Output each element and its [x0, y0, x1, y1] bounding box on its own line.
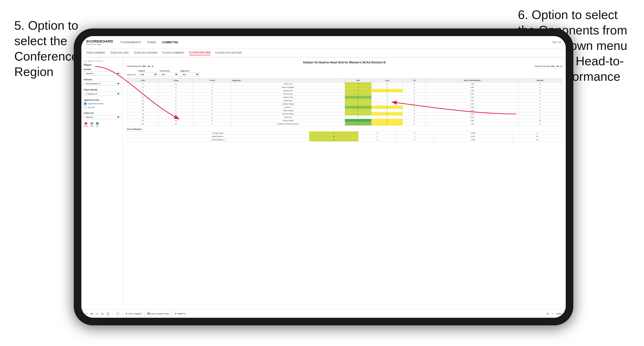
td-conf: 6 [193, 119, 231, 122]
records-row: Overall Record: 353 - 34 - 6 Division Re… [127, 65, 562, 67]
subnav-team-h2h-heatmap[interactable]: TEAM H2H HEATMAP [134, 51, 158, 55]
td-out-rounds: 10 [512, 138, 562, 142]
redo-icon[interactable]: ↪ [96, 312, 98, 315]
td-loss: 0 [372, 82, 403, 86]
step-back-icon[interactable]: ⏮ [90, 312, 93, 315]
app-container: SCOREBOARD Powered by clippd TOURNAMENTS… [81, 36, 566, 318]
division-section: Division NCAA Division III NCAA Division… [84, 78, 120, 86]
td-win: 4 [345, 119, 372, 122]
nav-teams[interactable]: TEAMS [147, 40, 156, 45]
colour-by-label: Colour by [84, 112, 120, 114]
td-reg: 3 [158, 112, 193, 116]
opponent-view-label: Opponent view [84, 99, 120, 101]
player-rank-section: Player (Rank) 8. Katelyn Vo [84, 89, 120, 96]
td-reg: 2 [158, 116, 193, 119]
opponent-filter-label: Opponent [180, 70, 199, 72]
division-select[interactable]: NCAA Division III NCAA Division I NCAA D… [84, 82, 120, 86]
view-original-btn[interactable]: 👁 View: Original [125, 313, 141, 315]
td-rounds: 3 [518, 89, 562, 92]
conference-select[interactable]: (All) [160, 72, 178, 76]
td-diff: 3.33 [426, 99, 518, 102]
td-loss: 0 [372, 92, 403, 96]
expand-btn[interactable]: ⤢ [552, 313, 553, 315]
td-opponent: Heejo Hyun [231, 99, 345, 102]
nav-committee[interactable]: COMMITTEE [162, 40, 178, 45]
opponent-select[interactable]: (All) [180, 72, 199, 76]
td-tie: 0 [403, 82, 426, 86]
subnav-team-summary[interactable]: TEAM SUMMARY [86, 51, 106, 55]
td-out-opponent: NCAA Division 2 [127, 138, 309, 142]
watch-btn[interactable]: 👁 Watch ▾ [174, 313, 185, 315]
out-of-division-header: Out of division [127, 128, 562, 130]
td-div: 13 [127, 102, 159, 106]
th-conf: # Conf [193, 79, 231, 82]
conference-label: Conference [160, 70, 178, 72]
out-table-row: NAIA Division 1 15 0 0 9.267 30 [127, 135, 562, 138]
td-conf: 2 [193, 116, 231, 119]
td-diff: -0.94 [426, 112, 518, 116]
td-opponent: Jessica Huang [231, 102, 345, 106]
gender-select[interactable]: Women's Men's [84, 71, 120, 76]
layout-btn[interactable]: ⊞ [547, 313, 548, 315]
td-rounds: 3 [518, 86, 562, 89]
nav-tournaments[interactable]: TOURNAMENTS [120, 40, 141, 45]
td-conf: 6 [193, 112, 231, 116]
td-out-loss: 0 [358, 135, 396, 138]
share-btn[interactable]: Share [556, 313, 562, 315]
td-win: 0 [345, 116, 372, 119]
table-row: 3 3 1 Esther Lee 1 0 0 1.50 4 [127, 82, 562, 86]
th-rounds: Rounds [518, 79, 562, 82]
td-reg: 1 [158, 102, 193, 106]
td-out-opponent: Foreign Team [127, 132, 309, 135]
colour-label-level: Level [90, 125, 94, 127]
paste-icon[interactable]: 📋 [106, 312, 110, 315]
tablet-screen: SCOREBOARD Powered by clippd TOURNAMENTS… [81, 36, 566, 318]
gender-section: Gender Women's Men's [84, 68, 120, 76]
td-win: 1 [345, 109, 372, 112]
subnav-team-h2h-grid[interactable]: TEAM H2H GRID [110, 51, 129, 55]
last-updated: Last Updated: 27/03/2024 [84, 60, 120, 62]
opponents-label: Opponents: [127, 74, 136, 76]
td-loss: 0 [372, 99, 403, 102]
td-out-diff: 9.267 [434, 135, 512, 138]
td-reg: 10 [158, 119, 193, 122]
td-diff: 1.50 [426, 82, 518, 86]
subnav-player-h2h-heatmap[interactable]: PLAYER H2H HEATMAP [215, 51, 242, 55]
clock-icon[interactable]: 🕐 [116, 312, 120, 315]
td-div: 6 [127, 89, 159, 92]
out-table-row: Foreign Team 1 0 0 4.500 2 [127, 132, 562, 135]
radio-top100[interactable]: Top 100 [84, 106, 120, 109]
region-select[interactable]: (All) [138, 72, 158, 76]
save-custom-btn[interactable]: 💾 Save Custom View [147, 313, 169, 315]
td-reg: 7 [158, 106, 193, 109]
td-tie: 0 [403, 89, 426, 92]
logo-area: SCOREBOARD Powered by clippd [86, 39, 113, 45]
th-opponent: Opponent [231, 79, 345, 82]
colour-by-select[interactable]: Win/loss [84, 115, 120, 119]
sign-out-link[interactable]: Sign out [552, 41, 561, 43]
watch-chevron: ▾ [184, 313, 185, 315]
subnav-player-summary[interactable]: PLAYER SUMMARY [162, 51, 184, 55]
subnav-player-h2h-grid[interactable]: PLAYER H2H GRID [189, 50, 210, 55]
td-conf: 4 [193, 92, 231, 96]
watch-icon: 👁 [174, 313, 177, 315]
td-opponent: Euna Lee [231, 116, 345, 119]
opponent-radio-group: Opponents Played Top 100 [84, 102, 120, 109]
out-division-table: Foreign Team 1 0 0 4.500 2 NAIA Division… [127, 131, 562, 142]
td-loss: 1 [372, 119, 403, 122]
td-diff: -3.00 [426, 102, 518, 106]
radio-opponents-played[interactable]: Opponents Played [84, 102, 120, 105]
region-label: Region [138, 70, 158, 72]
save-icon: 💾 [147, 313, 150, 315]
th-diff: Diff Av Strokes/Rnd [426, 79, 518, 82]
td-win: 1 [345, 82, 372, 86]
player-rank-select[interactable]: 8. Katelyn Vo [84, 92, 120, 96]
copy-icon[interactable]: ⧉ [101, 312, 104, 315]
th-reg: # Reg [158, 79, 193, 82]
th-loss: Loss [372, 79, 403, 82]
undo-icon[interactable]: ↩ [85, 312, 88, 315]
td-out-tie: 0 [396, 138, 434, 142]
toolbar-divider-1 [113, 312, 113, 316]
td-opponent: Andrea York [231, 96, 345, 99]
colour-label-down: Down [84, 125, 88, 127]
